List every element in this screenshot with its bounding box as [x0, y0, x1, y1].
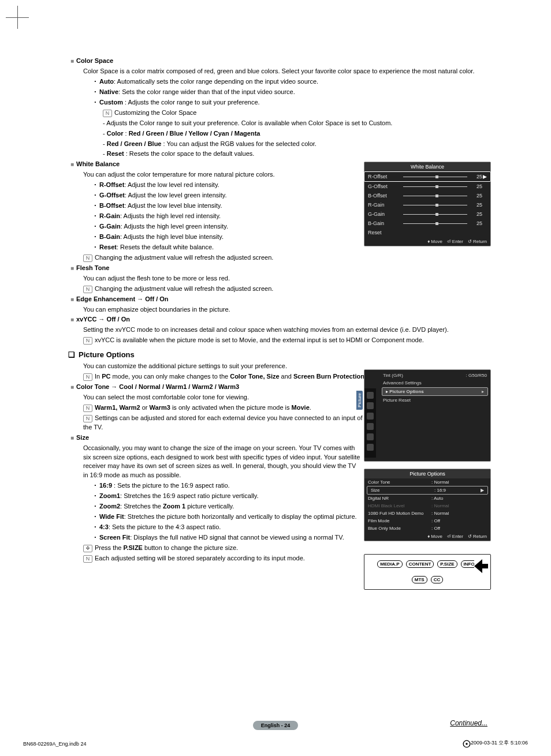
menu-icon[interactable]: [367, 433, 374, 440]
square-bullet-icon: ■: [68, 57, 76, 66]
osd-title: Picture Options: [364, 469, 490, 478]
menu-item[interactable]: Tint (G/R): G50/R50: [379, 372, 490, 379]
remote-tip-icon: ❖: [83, 545, 92, 552]
note: NxvYCC is available when the picture mod…: [83, 336, 490, 345]
osd-row[interactable]: 1080 Full HD Motion Demo: Normal: [364, 510, 490, 517]
square-bullet-icon: ■: [68, 383, 76, 392]
callout-arrow-icon: [474, 556, 488, 587]
move-hint: ♦Move: [427, 534, 442, 539]
osd-row[interactable]: Reset: [364, 228, 490, 237]
osd-row[interactable]: Blue Only Mode: Off: [364, 525, 490, 532]
gear-icon: [463, 740, 471, 747]
dot-icon: •: [91, 88, 99, 95]
page-number-pill: English - 24: [253, 721, 299, 730]
menu-icon[interactable]: [367, 423, 374, 430]
menu-icon[interactable]: [367, 392, 374, 399]
square-bullet-icon: ■: [68, 160, 76, 169]
osd-row[interactable]: B-Gain25: [364, 219, 490, 228]
print-mark-right: 2009-03-31 오후 5:10:06: [463, 739, 528, 747]
right-triangle-icon: ▸: [386, 389, 388, 394]
dot-icon: •: [91, 78, 99, 85]
osd-row[interactable]: R-Gain25: [364, 200, 490, 209]
updown-icon: ♦: [427, 239, 430, 244]
osd-row[interactable]: G-Gain25: [364, 209, 490, 219]
dot-icon: •: [91, 99, 99, 106]
info-mark-icon: N: [83, 415, 92, 422]
info-mark-icon: N: [83, 286, 92, 293]
osd-row[interactable]: B-Offset25: [364, 191, 490, 200]
osd-title: White Balance: [364, 162, 490, 171]
text: Color Space is a color matrix composed o…: [83, 67, 490, 76]
bullet: •Auto: Automatically sets the color rang…: [91, 77, 490, 87]
dot-icon: •: [91, 513, 99, 520]
heading-flesh-tone: ■Flesh Tone: [68, 264, 490, 273]
square-bullet-icon: ■: [68, 264, 76, 273]
osd-row-selected[interactable]: R-Offset25▶: [364, 171, 491, 182]
heading-picture-options: ❏Picture Options: [68, 350, 490, 361]
dot-icon: •: [91, 192, 99, 199]
updown-icon: ♦: [427, 534, 430, 539]
square-bullet-icon: ■: [68, 316, 76, 324]
menu-sidebar: [364, 388, 376, 458]
right-arrow-icon[interactable]: ▶: [482, 174, 487, 179]
enter-hint: ⏎Enter: [447, 239, 463, 244]
osd-picture-menu: Picture Tint (G/R): G50/R50 Advanced Set…: [364, 369, 491, 462]
menu-tab-picture[interactable]: Picture: [356, 391, 363, 410]
note: NChanging the adjustment value will refr…: [83, 285, 490, 294]
svg-marker-0: [474, 559, 488, 573]
heading-edge-enhancement: ■Edge Enhancement → Off / On: [68, 295, 490, 304]
osd-footer: ♦Move ⏎Enter ↺Return: [364, 532, 490, 541]
info-mark-icon: N: [83, 337, 92, 345]
remote-button-psize: P.SIZE: [437, 560, 457, 568]
heading-xvycc: ■xvYCC → Off / On: [68, 315, 490, 324]
sub-bullet: - Reset : Resets the color space to the …: [103, 149, 490, 159]
menu-icon[interactable]: [367, 413, 374, 420]
note: NChanging the adjustment value will refr…: [83, 253, 490, 263]
remote-button: CC: [431, 576, 444, 583]
right-triangle-icon: ▸: [482, 389, 484, 394]
outlined-square-icon: ❏: [68, 350, 75, 359]
enter-icon: ⏎: [447, 534, 451, 539]
osd-footer: ♦Move ⏎Enter ↺Return: [364, 237, 490, 246]
dot-icon: •: [91, 503, 99, 510]
enter-icon: ⏎: [447, 239, 451, 244]
sub-bullet: - Color : Red / Green / Blue / Yellow / …: [103, 129, 490, 139]
dot-icon: •: [91, 534, 99, 541]
osd-picture-options: Picture Options Color Tone: Normal Size:…: [364, 469, 491, 541]
bullet: •Native: Sets the color range wider than…: [91, 88, 490, 97]
info-mark-icon: N: [83, 555, 92, 563]
info-mark-icon: N: [83, 255, 92, 262]
menu-icon[interactable]: [367, 402, 374, 409]
remote-button: CONTENT: [406, 560, 434, 568]
dot-icon: •: [91, 223, 99, 230]
osd-row[interactable]: G-Offset25: [364, 182, 490, 191]
osd-row[interactable]: Color Tone: Normal: [364, 478, 490, 486]
osd-row[interactable]: Film Mode: Off: [364, 517, 490, 525]
square-bullet-icon: ■: [68, 295, 76, 304]
menu-item-selected[interactable]: ▸ Picture Options▸: [382, 387, 488, 396]
remote-button: MEDIA.P: [377, 560, 402, 568]
page-footer: English - 24: [0, 719, 551, 732]
tip: ❖Press the P.SIZE button to change the p…: [83, 544, 490, 553]
dot-icon: •: [91, 181, 99, 188]
right-arrow-icon[interactable]: ▶: [481, 488, 484, 493]
text: You can adjust the flesh tone to be more…: [83, 274, 490, 283]
square-bullet-icon: ■: [68, 434, 76, 443]
bullet: •Custom : Adjusts the color range to sui…: [91, 98, 490, 107]
menu-item[interactable]: Advanced Settings: [379, 379, 490, 387]
remote-button: MTS: [412, 576, 427, 583]
return-icon: ↺: [468, 534, 472, 539]
print-mark-left: BN68-02269A_Eng.indb 24: [23, 741, 87, 747]
sub-bullet: - Red / Green / Blue : You can adjust th…: [103, 140, 490, 149]
osd-row-selected[interactable]: Size: 16:9▶: [367, 486, 488, 495]
info-mark-icon: N: [83, 405, 92, 412]
menu-icon[interactable]: [367, 444, 374, 451]
enter-hint: ⏎Enter: [447, 534, 463, 539]
text: Setting the xvYCC mode to on increases d…: [83, 325, 490, 335]
dot-icon: •: [91, 244, 99, 250]
text: Occasionally, you may want to change the…: [83, 444, 360, 481]
osd-row[interactable]: Digital NR: Auto: [364, 495, 490, 502]
menu-item[interactable]: Picture Reset: [379, 396, 490, 404]
return-icon: ↺: [468, 239, 472, 244]
heading-color-space: ■Color Space: [68, 57, 490, 66]
